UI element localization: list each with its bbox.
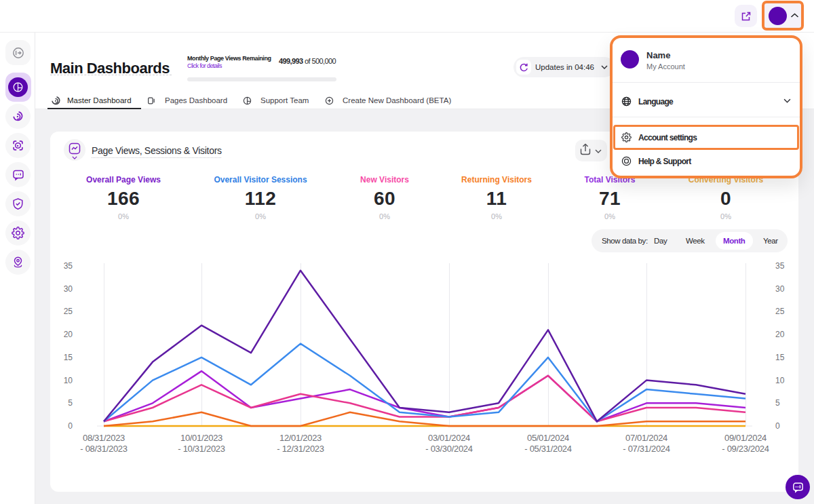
svg-text:20: 20 <box>64 330 73 339</box>
svg-text:0: 0 <box>775 421 780 431</box>
svg-text:20: 20 <box>775 330 785 339</box>
svg-text:- 09/23/2024: - 09/23/2024 <box>722 444 769 454</box>
svg-text:- 03/30/2024: - 03/30/2024 <box>425 444 472 454</box>
svg-text:30: 30 <box>64 284 73 294</box>
svg-text:09/01/2024: 09/01/2024 <box>724 433 767 443</box>
svg-text:10: 10 <box>64 376 73 385</box>
svg-text:5: 5 <box>775 398 780 408</box>
svg-text:07/01/2024: 07/01/2024 <box>625 433 667 443</box>
svg-text:- 12/31/2023: - 12/31/2023 <box>277 444 324 454</box>
svg-text:08/31/2023: 08/31/2023 <box>83 433 125 443</box>
svg-text:35: 35 <box>64 261 73 271</box>
svg-text:10/01/2023: 10/01/2023 <box>180 433 222 443</box>
svg-text:25: 25 <box>775 307 785 316</box>
svg-text:0: 0 <box>68 421 73 431</box>
svg-text:05/01/2024: 05/01/2024 <box>527 433 569 443</box>
svg-text:- 05/31/2024: - 05/31/2024 <box>524 444 571 454</box>
svg-text:25: 25 <box>64 307 73 316</box>
svg-text:30: 30 <box>775 284 785 294</box>
svg-text:10: 10 <box>775 376 785 385</box>
svg-text:- 10/31/2023: - 10/31/2023 <box>178 444 225 454</box>
svg-text:15: 15 <box>775 353 785 362</box>
svg-text:12/01/2023: 12/01/2023 <box>279 433 322 443</box>
svg-text:15: 15 <box>64 353 73 362</box>
svg-text:5: 5 <box>68 398 73 408</box>
svg-text:03/01/2024: 03/01/2024 <box>428 433 470 443</box>
svg-text:- 07/31/2024: - 07/31/2024 <box>623 444 670 454</box>
svg-text:35: 35 <box>775 261 785 271</box>
svg-text:- 08/31/2023: - 08/31/2023 <box>80 444 127 454</box>
